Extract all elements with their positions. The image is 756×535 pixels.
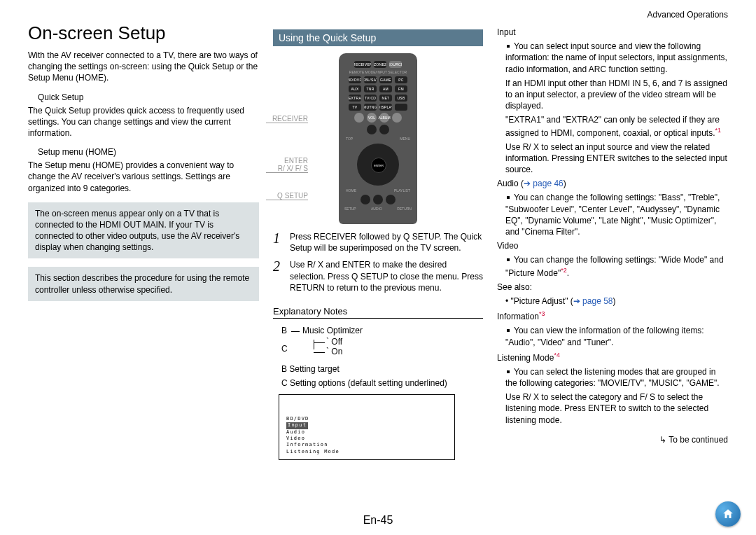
page-content: On-screen Setup With the AV receiver con… (0, 0, 756, 467)
divider (273, 318, 483, 319)
input-heading: Input (497, 27, 728, 38)
home-icon (722, 508, 734, 520)
audio-heading: Audio (➔ page 46) (497, 178, 728, 189)
option-off: ` Off (325, 337, 483, 347)
legend-b: B Setting target (281, 363, 483, 375)
step-2: 2 Use R/ X and ENTER to make the desired… (273, 259, 483, 293)
osd-line-5: Information (286, 442, 340, 448)
listening-mode-p2: Use R/ X to select the category and F/ S… (505, 391, 728, 426)
option-on: ` On (325, 347, 483, 356)
remote-body: RECEIVERZONE2SOURCE REMOTE MODE/INPUT SE… (339, 53, 417, 224)
remote-illustration: RECEIVER ENTER R/ X/ F/ S Q SETUP RECEIV… (315, 53, 441, 224)
step-2-number: 2 (273, 259, 284, 293)
osd-line-4: Video (286, 436, 340, 442)
step-1-body: Press RECEIVER followed by Q SETUP. The … (290, 231, 483, 253)
listening-mode-p1: You can select the listening modes that … (505, 366, 728, 389)
picture-adjust-line: • "Picture Adjust" (➔ page 58) (505, 296, 728, 307)
example-line-c: ` Off ` On (281, 337, 483, 356)
remote-label-receiver: RECEIVER (266, 115, 308, 123)
link-page-46[interactable]: ➔ page 46 (524, 179, 564, 188)
see-also: See also: (497, 282, 728, 293)
remote-label-qsetup: Q SETUP (266, 192, 308, 200)
example-line-b: Music Optimizer (281, 326, 483, 335)
information-p1: You can view the information of the foll… (505, 325, 728, 347)
information-heading: Information*3 (497, 310, 728, 322)
explanatory-notes-title: Explanatory Notes (273, 306, 483, 317)
column-middle: Using the Quick Setup RECEIVER ENTER R/ … (273, 7, 483, 460)
video-p1: You can change the following settings: "… (505, 254, 728, 278)
column-left: On-screen Setup With the AV receiver con… (28, 7, 259, 460)
step-1: 1 Press RECEIVER followed by Q SETUP. Th… (273, 231, 483, 253)
note-box-2: This section describes the procedure for… (28, 267, 259, 300)
quick-setup-heading: Quick Setup (38, 92, 259, 102)
intro-text: With the AV receiver connected to a TV, … (28, 50, 259, 84)
input-p4: Use R/ X to select an input source and v… (505, 141, 728, 176)
quick-setup-banner: Using the Quick Setup (273, 29, 483, 46)
quick-setup-body: The Quick Setup provides quick access to… (28, 105, 259, 139)
video-heading: Video (497, 240, 728, 251)
page-number: En-45 (0, 514, 756, 527)
input-p2: If an HDMI input other than HDMI IN 5, 6… (505, 78, 728, 112)
osd-preview: BD/DVD Input Audio Video Information Lis… (279, 394, 455, 460)
setting-example: Music Optimizer ` Off ` On (281, 326, 483, 356)
legend-c: C Setting options (default setting under… (281, 377, 483, 389)
link-page-58[interactable]: ➔ page 58 (573, 296, 613, 306)
osd-line-6: Listening Mode (286, 449, 340, 455)
column-right: Input You can select input source and vi… (497, 7, 728, 460)
note-box-1: The on-screen menus appear only on a TV … (28, 202, 259, 259)
setup-menu-heading: Setup menu (HOME) (38, 147, 259, 157)
osd-line-3: Audio (286, 429, 340, 436)
step-2-body: Use R/ X and ENTER to make the desired s… (290, 259, 483, 293)
listening-mode-heading: Listening Mode*4 (497, 351, 728, 363)
setup-menu-body: The Setup menu (HOME) provides a conveni… (28, 160, 259, 194)
to-be-continued: ↳ To be continued (497, 434, 728, 445)
remote-label-enter: ENTER R/ X/ F/ S (266, 157, 308, 173)
osd-line-2: Input (286, 422, 308, 429)
step-1-number: 1 (273, 231, 284, 253)
audio-p1: You can change the following settings: "… (505, 192, 728, 237)
input-p3: "EXTRA1" and "EXTRA2" can only be select… (505, 114, 728, 138)
input-p1: You can select input source and view the… (505, 41, 728, 75)
home-button[interactable] (715, 501, 741, 527)
header-section: Advanced Operations (648, 10, 728, 20)
page-title: On-screen Setup (28, 22, 259, 44)
osd-line-1: BD/DVD (286, 416, 340, 422)
